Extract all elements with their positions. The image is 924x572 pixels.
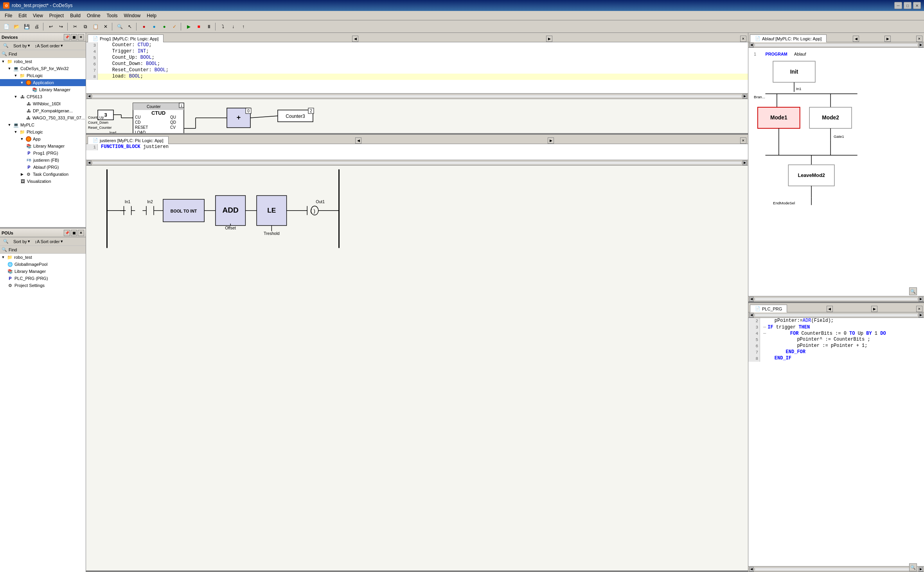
scroll-right-btn[interactable]: ▶ <box>742 94 747 99</box>
tree-item-myplc[interactable]: ▼ 💻 MyPLC <box>0 121 86 128</box>
scroll-right-btn5[interactable]: ▶ <box>919 313 923 318</box>
pous-pin-button[interactable]: 📌 <box>64 230 70 236</box>
menu-project[interactable]: Project <box>46 11 67 20</box>
print-button[interactable]: 🖨 <box>32 22 41 31</box>
tree-item-dp[interactable]: 🖧 DP_Kompaktgerae... <box>0 107 86 114</box>
pous-filter-button[interactable]: 🔍 <box>2 238 10 245</box>
devices-tree[interactable]: ▼ 📁 robo_test ▼ 💻 CoDeSys_SP_for_Win32 ▼… <box>0 58 86 227</box>
undo-button[interactable]: ↩ <box>46 22 56 31</box>
scroll-right-btn3[interactable]: ▶ <box>919 43 923 47</box>
tab-ablauf[interactable]: 📄 Ablauf [MyPLC: Plc Logic: App] <box>750 34 827 42</box>
menu-build[interactable]: Build <box>67 11 84 20</box>
tree-item-lib-manager2[interactable]: 📚 Library Manager <box>0 143 86 150</box>
pous-tree[interactable]: ▼ 📁 robo_test 🌐 GlobalImagePool 📚 Librar… <box>0 254 86 572</box>
check-button[interactable]: ✓ <box>170 22 179 31</box>
tree-item-prog1[interactable]: P Prog1 (PRG) <box>0 150 86 157</box>
tree-item-cp5613[interactable]: ▼ 🖧 CP5613 <box>0 93 86 100</box>
justieren-tab-close[interactable]: ✕ <box>740 137 746 144</box>
step-out-button[interactable]: ↑ <box>239 22 248 31</box>
ablauf-bottom-hscroll[interactable]: ◀ ▶ <box>748 296 924 301</box>
tab-close[interactable]: ✕ <box>740 36 746 42</box>
ablauf-tab-nav-left[interactable]: ◀ <box>853 36 859 42</box>
tree-item-pou-root[interactable]: ▼ 📁 robo_test <box>0 254 86 261</box>
menu-edit[interactable]: Edit <box>15 11 30 20</box>
clean-button[interactable]: ● <box>160 22 169 31</box>
paste-button[interactable]: 📋 <box>91 22 100 31</box>
devices-filter-button[interactable]: 🔍 <box>2 42 10 49</box>
maximize-button[interactable]: □ <box>904 2 911 9</box>
tree-item-robo-test[interactable]: ▼ 📁 robo_test <box>0 58 86 65</box>
ablauf-top-hscroll[interactable]: ◀ ▶ <box>748 42 924 48</box>
scroll-left-btn[interactable]: ◀ <box>87 94 92 99</box>
scroll-left-btn2[interactable]: ◀ <box>87 161 92 165</box>
copy-button[interactable]: ⧉ <box>81 22 90 31</box>
tree-item-wago[interactable]: 🖧 WAGO_750_333_FW_07... <box>0 114 86 121</box>
tree-item-plc-prg[interactable]: P PLC_PRG (PRG) <box>0 275 86 282</box>
pous-close-button[interactable]: ✕ <box>78 230 84 236</box>
tree-item-visualization[interactable]: 🖼 Visualization <box>0 178 86 185</box>
menu-online[interactable]: Online <box>84 11 104 20</box>
plc-prg-tab-nav-left[interactable]: ◀ <box>827 306 833 312</box>
search-button[interactable]: 🔍 <box>115 22 124 31</box>
devices-pin-button[interactable]: 📌 <box>64 34 70 40</box>
tree-item-project-settings[interactable]: ⚙ Project Settings <box>0 282 86 289</box>
menu-tools[interactable]: Tools <box>104 11 121 20</box>
tree-item-plclogic2[interactable]: ▼ 📁 PlcLogic <box>0 128 86 135</box>
pous-float-button[interactable]: ▣ <box>71 230 77 236</box>
scroll-right-btn6[interactable]: ▶ <box>919 567 923 572</box>
tab-nav-right[interactable]: ▶ <box>546 36 552 42</box>
cut-button[interactable]: ✂ <box>70 22 80 31</box>
menu-window[interactable]: Window <box>121 11 144 20</box>
tab-plc-prg[interactable]: 📄 PLC_PRG <box>750 305 787 312</box>
tab-justieren[interactable]: 📄 justieren [MyPLC: Plc Logic: App] <box>88 136 169 144</box>
close-button[interactable]: ✕ <box>913 2 921 9</box>
scroll-track5[interactable] <box>755 314 918 317</box>
ablauf-tab-nav-right[interactable]: ▶ <box>884 36 891 42</box>
scroll-track2[interactable] <box>92 161 742 164</box>
tree-item-codesys[interactable]: ▼ 💻 CoDeSys_SP_for_Win32 <box>0 65 86 72</box>
tree-item-lib-manager3[interactable]: 📚 Library Manager <box>0 268 86 275</box>
step-over-button[interactable]: ⤵ <box>218 22 228 31</box>
tree-item-lib-manager1[interactable]: 📚 Library Manager <box>0 86 86 93</box>
devices-float-button[interactable]: ▣ <box>71 34 77 40</box>
devices-sort-order-button[interactable]: ↕A Sort order ▾ <box>33 42 65 49</box>
menu-help[interactable]: Help <box>144 11 160 20</box>
compile-button[interactable]: ● <box>139 22 149 31</box>
scroll-track[interactable] <box>92 95 742 98</box>
scroll-track6[interactable] <box>755 568 918 571</box>
redo-button[interactable]: ↪ <box>56 22 66 31</box>
save-button[interactable]: 💾 <box>22 22 31 31</box>
prog1-code-editor[interactable]: 3 Counter: CTUD; 4 Trigger: INT; 5 Count… <box>86 42 748 93</box>
tree-item-justieren[interactable]: FB justieren (FB) <box>0 157 86 164</box>
scroll-track4[interactable] <box>755 298 918 301</box>
justieren-tab-nav-left[interactable]: ◀ <box>355 137 361 144</box>
step-into-button[interactable]: ↓ <box>228 22 238 31</box>
tab-prog1[interactable]: 📄 Prog1 [MyPLC: Plc Logic: App] <box>88 34 164 42</box>
plc-prg-tab-close[interactable]: ✕ <box>916 306 922 312</box>
pous-sort-order-button[interactable]: ↕A Sort order ▾ <box>33 238 65 245</box>
new-button[interactable]: 📄 <box>2 22 11 31</box>
justieren-tab-nav-right[interactable]: ▶ <box>548 137 554 144</box>
plc-prg-code-editor[interactable]: 2 pPointer:=ADR(Field); 3 ─ IF trigger T… <box>748 318 924 566</box>
tree-item-winbloc[interactable]: 🖧 WINbloc_16DI <box>0 100 86 107</box>
justieren-code-editor[interactable]: 1 FUNCTION_BLOCK justieren <box>86 144 748 160</box>
scroll-right-btn4[interactable]: ▶ <box>919 297 923 301</box>
plc-prg-top-hscroll[interactable]: ◀ ▶ <box>748 312 924 318</box>
scroll-right-btn2[interactable]: ▶ <box>742 161 747 165</box>
scroll-left-btn4[interactable]: ◀ <box>749 297 754 301</box>
tree-item-app[interactable]: ▼ App <box>0 135 86 143</box>
ablauf-tab-close[interactable]: ✕ <box>916 36 922 42</box>
scroll-left-btn6[interactable]: ◀ <box>749 567 754 572</box>
tree-item-task-config[interactable]: ▶ ⚙ Task Configuration <box>0 171 86 178</box>
tree-item-globalimagepool[interactable]: 🌐 GlobalImagePool <box>0 261 86 268</box>
scroll-left-btn5[interactable]: ◀ <box>749 313 754 318</box>
menu-view[interactable]: View <box>30 11 46 20</box>
pause-button[interactable]: ⏸ <box>204 22 214 31</box>
menu-file[interactable]: File <box>2 11 15 20</box>
run-button[interactable]: ▶ <box>184 22 193 31</box>
devices-sort-by-button[interactable]: Sort by ▾ <box>12 42 32 49</box>
pointer-button[interactable]: ↖ <box>125 22 135 31</box>
stop-button[interactable]: ■ <box>194 22 203 31</box>
tree-item-application[interactable]: ▼ Application <box>0 79 86 86</box>
plc-prg-bottom-hscroll[interactable]: ◀ ▶ <box>748 566 924 572</box>
